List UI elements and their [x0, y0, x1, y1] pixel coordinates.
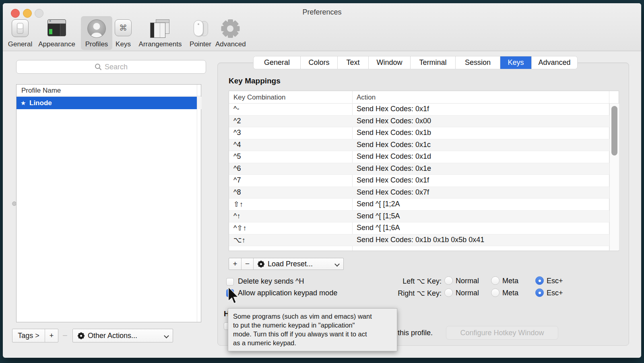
right-option-normal-label: Normal: [456, 289, 479, 297]
toolbar-item-arrangements[interactable]: Arrangements: [136, 18, 185, 50]
table-row[interactable]: ^-Send Hex Codes: 0x1f: [229, 104, 619, 116]
tab-window[interactable]: Window: [368, 56, 410, 69]
left-option-normal-radio[interactable]: [444, 276, 453, 285]
left-option-esc-radio[interactable]: [535, 276, 544, 285]
add-mapping-button[interactable]: +: [229, 258, 241, 270]
toolbar-label: Arrangements: [136, 40, 185, 48]
left-option-normal-label: Normal: [456, 277, 479, 285]
load-preset-dropdown[interactable]: Load Preset...: [253, 258, 343, 270]
tooltip-line: mode. Turn this off if you always want i…: [233, 330, 393, 338]
tooltip-line: to put the numeric keypad in "applicatio…: [233, 321, 393, 330]
table-header: Key Combination Action: [229, 91, 619, 104]
scrollbar-thumb[interactable]: [611, 106, 617, 156]
profile-tabs: General Colors Text Window Terminal Sess…: [254, 56, 577, 69]
right-option-meta-radio[interactable]: [491, 288, 500, 297]
other-actions-gear-icon: [78, 332, 85, 339]
tooltip-line: as a numeric keypad.: [233, 338, 393, 347]
scrollbar-track[interactable]: [609, 104, 619, 250]
pointer-mouse-icon: [191, 19, 210, 38]
profile-list-column-header[interactable]: Profile Name: [17, 85, 201, 96]
left-option-key-label: Left ⌥ Key:: [385, 277, 442, 286]
other-actions-dropdown[interactable]: Other Actions...: [72, 329, 173, 342]
table-row[interactable]: ⌥↑Send Hex Codes: 0x1b 0x1b 0x5b 0x41: [229, 234, 619, 247]
allow-keypad-mode-label: Allow application keypad mode: [238, 289, 337, 297]
toolbar-label: Appearance: [37, 40, 76, 48]
load-preset-label: Load Preset...: [268, 260, 313, 268]
chevron-down-icon: [335, 262, 339, 266]
load-preset-gear-icon: [258, 261, 264, 268]
general-switch-icon: [12, 19, 29, 37]
search-icon: [95, 63, 102, 71]
delete-key-sends-checkbox[interactable]: [226, 278, 234, 286]
tab-colors[interactable]: Colors: [300, 56, 337, 69]
chevron-down-icon: [164, 334, 169, 338]
toolbar-label: General: [6, 40, 34, 48]
toolbar-item-keys[interactable]: ⌘ Keys: [114, 18, 132, 50]
search-input[interactable]: Search: [16, 60, 206, 74]
keys-command-icon: ⌘: [115, 19, 132, 36]
tab-terminal[interactable]: Terminal: [410, 56, 455, 69]
toolbar-label: Advanced: [215, 40, 245, 48]
tags-button-group: Tags > +: [12, 329, 58, 342]
tab-advanced[interactable]: Advanced: [531, 56, 577, 69]
toolbar-label: Keys: [114, 40, 132, 48]
profile-list-column-divider: [197, 85, 197, 322]
profile-list: Profile Name ★ Linode: [16, 84, 201, 322]
tab-general[interactable]: General: [254, 56, 300, 69]
arrangements-windows-icon: [150, 19, 170, 38]
toolbar-label: Profiles: [81, 40, 112, 48]
left-option-meta-label: Meta: [502, 277, 518, 285]
toolbar-item-pointer[interactable]: Pointer: [187, 18, 214, 50]
delete-key-sends-label: Delete key sends ^H: [238, 277, 304, 286]
right-option-meta-label: Meta: [502, 289, 518, 297]
table-row[interactable]: ^2Send Hex Codes: 0x00: [229, 116, 619, 128]
profile-row-linode[interactable]: ★ Linode: [17, 97, 197, 109]
tags-button[interactable]: Tags >: [12, 329, 45, 342]
window-title: Preferences: [3, 8, 641, 17]
key-mapping-buttons: + − Load Preset...: [229, 258, 344, 270]
preferences-window: Preferences General × Appearance Profile…: [3, 3, 641, 358]
default-profile-star-icon: ★: [21, 97, 26, 109]
profiles-person-icon: [87, 19, 106, 38]
right-option-key-label: Right ⌥ Key:: [385, 289, 442, 298]
tab-session[interactable]: Session: [455, 56, 500, 69]
tab-keys[interactable]: Keys: [500, 56, 531, 69]
add-profile-button[interactable]: +: [45, 329, 58, 342]
table-row[interactable]: ⇧↑Send ^[ [1;2A: [229, 199, 619, 211]
table-row[interactable]: ^⇧↑Send ^[ [1;6A: [229, 222, 619, 234]
table-body: ^-Send Hex Codes: 0x1f ^2Send Hex Codes:…: [229, 104, 619, 251]
table-row[interactable]: ^3Send Hex Codes: 0x1b: [229, 127, 619, 139]
table-row[interactable]: ^4Send Hex Codes: 0x1c: [229, 139, 619, 151]
mouse-cursor-icon: [227, 286, 239, 306]
column-header-key-combination[interactable]: Key Combination: [233, 91, 285, 104]
toolbar-item-profiles[interactable]: Profiles: [81, 18, 112, 50]
table-row[interactable]: ^8Send Hex Codes: 0x7f: [229, 187, 619, 199]
tab-text[interactable]: Text: [337, 56, 368, 69]
profile-row-gutter: [197, 97, 202, 109]
toolbar-item-general[interactable]: General: [6, 18, 34, 50]
right-option-esc-radio[interactable]: [535, 288, 544, 297]
profile-name: Linode: [29, 97, 52, 109]
table-row[interactable]: ^6Send Hex Codes: 0x1e: [229, 163, 619, 175]
column-header-action[interactable]: Action: [357, 91, 376, 104]
table-row[interactable]: ^↑Send ^[ [1;5A: [229, 211, 619, 223]
advanced-gear-icon: [221, 19, 239, 38]
remove-mapping-button[interactable]: −: [241, 258, 253, 270]
right-option-normal-radio[interactable]: [444, 288, 453, 297]
configure-hotkey-window-button: Configure Hotkey Window: [446, 326, 558, 340]
left-option-meta-radio[interactable]: [491, 276, 500, 285]
keypad-mode-tooltip: Some programs (such as vim and emacs) wa…: [228, 308, 397, 351]
remove-profile-button: −: [62, 330, 68, 341]
titlebar: Preferences General × Appearance Profile…: [3, 3, 641, 51]
key-mappings-heading: Key Mappings: [229, 77, 281, 85]
toolbar-item-advanced[interactable]: Advanced: [215, 18, 245, 50]
left-option-esc-label: Esc+: [547, 277, 563, 285]
splitter-handle-dot[interactable]: [12, 201, 17, 206]
other-actions-label: Other Actions...: [88, 332, 137, 340]
tooltip-line: Some programs (such as vim and emacs) wa…: [233, 312, 393, 321]
table-row[interactable]: ^5Send Hex Codes: 0x1d: [229, 151, 619, 163]
table-row[interactable]: ^7Send Hex Codes: 0x1f: [229, 175, 619, 187]
toolbar-item-appearance[interactable]: × Appearance: [37, 18, 76, 50]
right-option-esc-label: Esc+: [547, 289, 563, 297]
appearance-window-icon: ×: [47, 19, 66, 36]
